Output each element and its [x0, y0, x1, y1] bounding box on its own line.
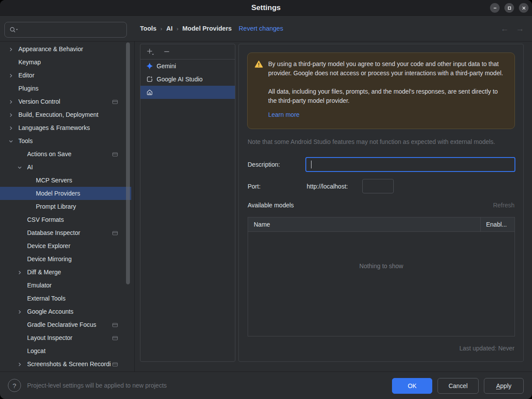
sidebar-item-label: CSV Formats: [27, 216, 131, 223]
footer-bar: ? Project-level settings will be applied…: [0, 371, 532, 399]
sidebar-item-emulator[interactable]: Emulator: [0, 279, 131, 292]
refresh-button[interactable]: Refresh: [493, 202, 514, 209]
sidebar-item-model-providers[interactable]: Model Providers: [0, 187, 131, 200]
description-input[interactable]: [305, 157, 515, 172]
chevron-down-icon[interactable]: [8, 138, 14, 144]
sidebar-item-label: Tools: [18, 137, 131, 144]
sidebar-item-languages-frameworks[interactable]: Languages & Frameworks: [0, 121, 131, 134]
provider-item-home-icon[interactable]: [140, 86, 235, 99]
sidebar-item-layout-inspector[interactable]: Layout Inspector: [0, 331, 131, 344]
learn-more-link[interactable]: Learn more: [268, 110, 506, 119]
chevron-right-icon[interactable]: [8, 46, 14, 52]
cancel-button[interactable]: Cancel: [438, 378, 479, 394]
sidebar-item-build-execution-deployment[interactable]: Build, Execution, Deployment: [0, 108, 131, 121]
sidebar-item-gradle-declarative-focus[interactable]: Gradle Declarative Focus: [0, 318, 131, 331]
sidebar-item-tools[interactable]: Tools: [0, 134, 131, 147]
external-models-note: Note that some Android Studio features m…: [248, 138, 495, 145]
forward-arrow-icon[interactable]: →: [516, 24, 524, 33]
breadcrumb: Tools›AI›Model Providers Revert changes: [140, 16, 283, 41]
question-mark-icon: ?: [13, 382, 16, 389]
minimize-icon: [493, 6, 497, 10]
remove-provider-button[interactable]: [162, 47, 172, 56]
sidebar-item-label: Device Explorer: [27, 242, 131, 249]
available-models-label: Available models: [248, 202, 294, 209]
back-arrow-icon[interactable]: ←: [500, 24, 509, 33]
provider-item-label: Google AI Studio: [157, 76, 203, 83]
close-button[interactable]: [519, 3, 528, 13]
breadcrumb-item-ai[interactable]: AI: [166, 25, 173, 32]
sidebar-item-database-inspector[interactable]: Database Inspector: [0, 226, 131, 239]
add-provider-button[interactable]: [146, 47, 155, 56]
chevron-right-icon[interactable]: [8, 73, 14, 78]
sidebar-item-keymap[interactable]: Keymap: [0, 56, 131, 69]
search-input[interactable]: [4, 22, 127, 38]
last-updated-label: Last updated: Never: [459, 345, 514, 352]
window-title: Settings: [0, 0, 532, 16]
chevron-right-icon[interactable]: [8, 125, 14, 130]
provider-item-google-ai-studio[interactable]: Google AI Studio: [140, 73, 235, 86]
port-label: Port:: [248, 183, 261, 190]
sidebar-scrollbar[interactable]: [126, 42, 130, 284]
ok-button[interactable]: OK: [392, 378, 432, 394]
third-party-warning-banner: By using a third-party model you agree t…: [247, 52, 515, 129]
sidebar-item-label: External Tools: [27, 295, 131, 302]
chevron-right-icon[interactable]: [8, 99, 14, 104]
help-button[interactable]: ?: [8, 379, 21, 392]
sidebar-item-screenshots-screen-recordi[interactable]: Screenshots & Screen Recordi: [0, 357, 131, 371]
add-icon: [147, 48, 155, 56]
sidebar-item-actions-on-save[interactable]: Actions on Save: [0, 147, 131, 161]
sidebar-item-appearance-behavior[interactable]: Appearance & Behavior: [0, 42, 131, 56]
provider-item-label: Gemini: [157, 63, 176, 70]
chevron-right-icon[interactable]: [17, 361, 22, 367]
minimize-button[interactable]: [490, 3, 500, 13]
breadcrumb-items: Tools›AI›Model Providers: [140, 25, 232, 32]
sidebar-item-label: Languages & Frameworks: [18, 124, 131, 131]
breadcrumb-item-tools[interactable]: Tools: [140, 25, 157, 32]
maximize-button[interactable]: [504, 3, 514, 13]
warning-paragraph-2: All data, including your files, prompts,…: [268, 87, 506, 105]
sidebar-item-logcat[interactable]: Logcat: [0, 344, 131, 357]
provider-settings-panel: By using a third-party model you agree t…: [238, 44, 524, 362]
sidebar-item-label: Keymap: [18, 59, 131, 66]
provider-item-gemini[interactable]: Gemini: [140, 60, 235, 73]
sidebar-item-label: Emulator: [27, 282, 131, 289]
sidebar-item-label: Model Providers: [36, 190, 131, 197]
history-nav: ← →: [500, 16, 524, 41]
port-input[interactable]: [362, 179, 394, 193]
sidebar-item-csv-formats[interactable]: CSV Formats: [0, 213, 131, 226]
provider-toolbar: [140, 44, 235, 60]
sidebar-item-diff-merge[interactable]: Diff & Merge: [0, 266, 131, 279]
chevron-right-icon[interactable]: [17, 309, 22, 314]
sidebar-item-prompt-library[interactable]: Prompt Library: [0, 200, 131, 213]
sidebar-item-device-mirroring[interactable]: Device Mirroring: [0, 252, 131, 266]
chevron-right-icon[interactable]: [17, 270, 22, 275]
sidebar-item-ai[interactable]: AI: [0, 161, 131, 174]
description-label: Description:: [248, 161, 280, 168]
sidebar-item-label: Google Accounts: [27, 308, 131, 315]
sidebar-item-mcp-servers[interactable]: MCP Servers: [0, 174, 131, 187]
chevron-down-icon[interactable]: [17, 164, 22, 170]
sidebar-item-editor[interactable]: Editor: [0, 69, 131, 82]
models-table-header: Name Enabl...: [248, 217, 514, 232]
modified-settings-icon: [112, 361, 118, 368]
column-header-enabled: Enabl...: [480, 217, 514, 231]
sidebar-item-google-accounts[interactable]: Google Accounts: [0, 305, 131, 318]
sidebar-item-plugins[interactable]: Plugins: [0, 82, 131, 95]
empty-table-message: Nothing to show: [248, 262, 514, 270]
modified-settings-icon: [112, 322, 118, 329]
sidebar-item-version-control[interactable]: Version Control: [0, 95, 131, 108]
sidebar-item-label: Build, Execution, Deployment: [18, 111, 131, 118]
modified-settings-icon: [112, 335, 118, 342]
settings-sidebar: Appearance & BehaviorKeymapEditorPlugins…: [0, 42, 135, 371]
breadcrumb-item-model-providers[interactable]: Model Providers: [182, 25, 232, 32]
apply-button[interactable]: Apply: [484, 378, 524, 394]
models-table: Name Enabl... Nothing to show: [248, 217, 515, 336]
sidebar-item-external-tools[interactable]: External Tools: [0, 292, 131, 305]
revert-changes-link[interactable]: Revert changes: [239, 25, 284, 32]
sidebar-item-device-explorer[interactable]: Device Explorer: [0, 239, 131, 252]
breadcrumb-separator-icon: ›: [161, 25, 162, 32]
ai-studio-icon: [146, 76, 153, 83]
breadcrumb-separator-icon: ›: [176, 25, 178, 32]
chevron-right-icon[interactable]: [8, 112, 14, 117]
sidebar-item-label: Logcat: [27, 347, 131, 354]
